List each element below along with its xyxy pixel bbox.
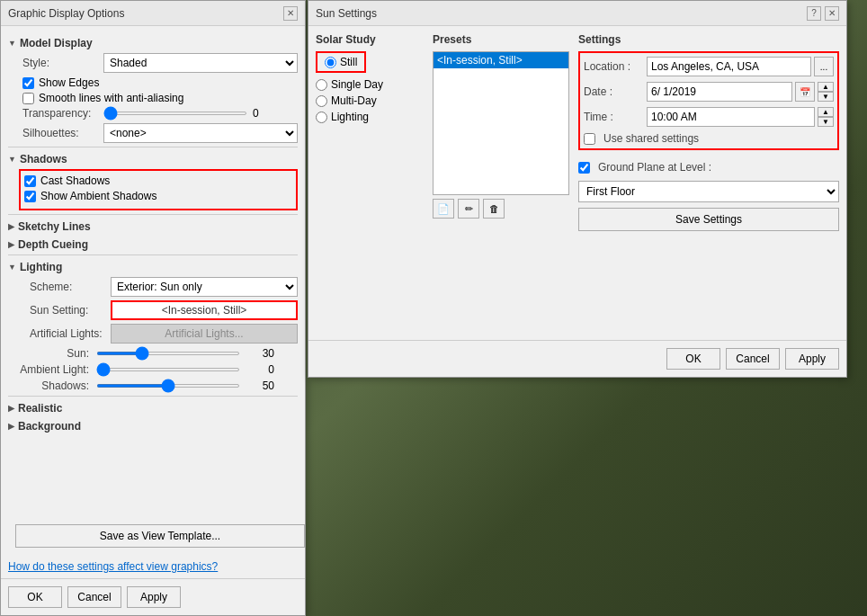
gdo-ok-button[interactable]: OK (8, 586, 62, 608)
smooth-lines-checkbox[interactable] (22, 93, 34, 104)
transparency-label: Transparency: (22, 107, 103, 120)
save-settings-button[interactable]: Save Settings (578, 208, 839, 231)
shadows-slider[interactable] (96, 384, 240, 388)
preset-item-0[interactable]: <In-session, Still> (434, 52, 568, 68)
gdo-apply-button[interactable]: Apply (127, 586, 181, 608)
still-radio-label: Still (325, 56, 357, 68)
scheme-row: Scheme: Exterior: Sun only (15, 277, 298, 297)
gdo-close-button[interactable]: ✕ (283, 6, 298, 21)
ambient-slider-label: Ambient Light: (15, 363, 96, 376)
time-label: Time : (584, 111, 647, 123)
time-row: Time : ▲ ▼ (584, 107, 834, 127)
show-edges-label: Show Edges (39, 76, 99, 89)
show-edges-row: Show Edges (8, 76, 298, 89)
background-arrow: ▶ (8, 422, 14, 431)
date-up-button[interactable]: ▲ (818, 82, 834, 92)
solar-study-title: Solar Study (316, 33, 424, 46)
transparency-row: Transparency: 0 (8, 107, 298, 120)
date-calendar-button[interactable]: 📅 (795, 82, 815, 102)
location-label: Location : (584, 60, 647, 73)
sun-setting-label: Sun Setting: (30, 304, 111, 317)
ground-plane-label-row: Ground Plane at Level : (578, 161, 839, 174)
shadows-slider-row: Shadows: 50 (15, 379, 298, 392)
sun-help-button[interactable]: ? (807, 6, 821, 21)
transparency-slider[interactable] (103, 112, 247, 115)
sun-titlebar: Sun Settings ? ✕ (308, 1, 846, 26)
shadows-value: 50 (247, 379, 274, 392)
location-input-container: ... (647, 57, 834, 76)
multi-day-radio-label: Multi-Day (316, 94, 424, 107)
cast-shadows-checkbox[interactable] (24, 175, 36, 187)
preset-new-button[interactable]: 📄 (433, 199, 454, 219)
ambient-shadows-checkbox[interactable] (24, 191, 36, 202)
use-shared-label: Use shared settings (603, 132, 699, 145)
depth-cueing-header[interactable]: ▶ Depth Cueing (8, 238, 298, 251)
still-option-container: Still (316, 51, 366, 73)
style-row: Style: Shaded (8, 53, 298, 73)
time-input[interactable] (647, 107, 815, 127)
sun-slider[interactable] (96, 352, 240, 355)
date-spin-buttons: ▲ ▼ (818, 82, 834, 102)
gdo-content: ▼ Model Display Style: Shaded Show Edges… (1, 26, 305, 517)
single-day-radio[interactable] (316, 79, 327, 91)
gdo-footer: OK Cancel Apply (1, 578, 305, 615)
sun-cancel-button[interactable]: Cancel (726, 348, 780, 370)
sketchy-lines-header[interactable]: ▶ Sketchy Lines (8, 220, 298, 233)
still-radio[interactable] (325, 57, 336, 68)
ambient-slider[interactable] (96, 368, 240, 371)
sun-close-button[interactable]: ✕ (825, 6, 839, 21)
preset-edit-button[interactable]: ✏ (458, 199, 479, 219)
location-browse-button[interactable]: ... (814, 57, 834, 76)
show-edges-checkbox[interactable] (22, 77, 34, 89)
realistic-header[interactable]: ▶ Realistic (8, 402, 298, 415)
realistic-label: Realistic (18, 402, 62, 415)
lighting-radio[interactable] (316, 112, 327, 123)
view-graphics-link[interactable]: How do these settings affect view graphi… (1, 555, 305, 578)
shadows-red-box: Cast Shadows Show Ambient Shadows (19, 169, 298, 210)
save-template-button[interactable]: Save as View Template... (15, 524, 305, 548)
transparency-value: 0 (253, 107, 259, 120)
sun-dialog-body: Solar Study Still Single Day Multi-Day (308, 26, 846, 340)
level-select[interactable]: First Floor (578, 181, 839, 202)
ground-plane-label: Ground Plane at Level : (598, 161, 711, 174)
still-label: Still (340, 56, 357, 68)
date-down-button[interactable]: ▼ (818, 92, 834, 102)
depth-cueing-arrow: ▶ (8, 240, 14, 249)
sun-dialog: Sun Settings ? ✕ Solar Study Still (308, 0, 847, 378)
location-row: Location : ... (584, 57, 834, 76)
silhouettes-select[interactable]: <none> (103, 123, 298, 143)
model-display-header[interactable]: ▼ Model Display (8, 37, 298, 49)
sun-setting-row: Sun Setting: (15, 300, 298, 320)
date-row: Date : 📅 ▲ ▼ (584, 82, 834, 102)
background-header[interactable]: ▶ Background (8, 420, 298, 433)
time-down-button[interactable]: ▼ (818, 117, 834, 127)
ambient-shadows-label: Show Ambient Shadows (40, 190, 156, 202)
shadows-arrow: ▼ (8, 155, 16, 164)
lighting-label: Lighting (20, 261, 62, 273)
date-input[interactable] (647, 82, 792, 102)
scheme-select[interactable]: Exterior: Sun only (111, 277, 298, 297)
time-up-button[interactable]: ▲ (818, 107, 834, 117)
preset-delete-button[interactable]: 🗑 (483, 199, 505, 219)
sun-title: Sun Settings (316, 7, 377, 20)
ground-plane-checkbox[interactable] (578, 162, 590, 174)
smooth-lines-row: Smooth lines with anti-aliasing (8, 92, 298, 104)
sun-ok-button[interactable]: OK (666, 348, 720, 370)
style-select[interactable]: Shaded (103, 53, 298, 73)
use-shared-checkbox[interactable] (584, 133, 595, 145)
lighting-header[interactable]: ▼ Lighting (8, 261, 298, 273)
shadows-header[interactable]: ▼ Shadows (8, 153, 298, 165)
presets-column: Presets <In-session, Still> 📄 ✏ 🗑 (433, 33, 569, 333)
gdo-cancel-button[interactable]: Cancel (67, 586, 121, 608)
sun-setting-input[interactable] (111, 300, 298, 320)
location-input[interactable] (647, 57, 811, 76)
presets-list: <In-session, Still> (433, 51, 569, 195)
model-display-arrow: ▼ (8, 39, 16, 48)
save-template-container: Save as View Template... (1, 517, 305, 555)
ambient-slider-row: Ambient Light: 0 (15, 363, 298, 376)
ambient-shadows-row: Show Ambient Shadows (24, 190, 292, 202)
multi-day-radio[interactable] (316, 95, 327, 107)
sun-apply-button[interactable]: Apply (785, 348, 839, 370)
silhouettes-label: Silhouettes: (22, 127, 103, 139)
realistic-arrow: ▶ (8, 404, 14, 413)
